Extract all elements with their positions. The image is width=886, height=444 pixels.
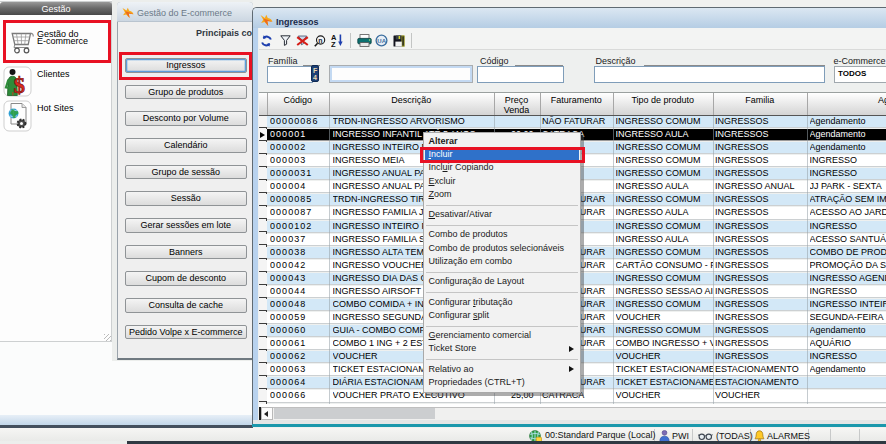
svg-text:Z: Z xyxy=(331,40,336,47)
svg-text:n: n xyxy=(318,37,322,44)
svg-text:$: $ xyxy=(14,73,26,98)
svg-text:UA: UA xyxy=(377,38,386,44)
